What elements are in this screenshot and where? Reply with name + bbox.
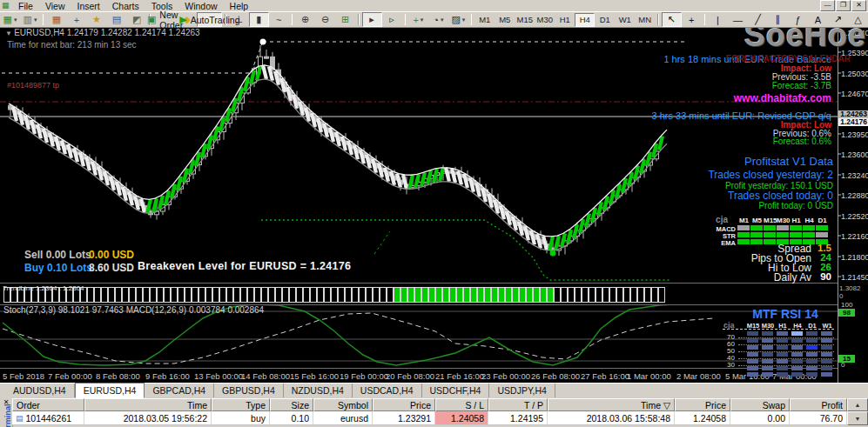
order-cell: 1.24058 bbox=[675, 411, 730, 425]
chart-candles-icon[interactable]: ▮ bbox=[249, 12, 269, 27]
autotrading-button[interactable]: ▶AutoTrading bbox=[197, 12, 222, 27]
chart-shift-icon[interactable]: ▹ bbox=[382, 12, 402, 27]
tab-usdcad-h4[interactable]: USDCAD,H4 bbox=[353, 384, 422, 397]
rsi-bar bbox=[747, 345, 758, 350]
column-header-swap[interactable]: Swap bbox=[730, 398, 790, 411]
data-window-icon: + bbox=[74, 15, 79, 25]
timeframe-m30[interactable]: M30 bbox=[535, 13, 555, 27]
signal-strip-box bbox=[477, 287, 484, 303]
draw-arrow-icon[interactable]: ↗ bbox=[828, 12, 848, 27]
tab-eurusd-h4[interactable]: EURUSD,H4 bbox=[75, 383, 145, 398]
draw-text-icon[interactable]: A bbox=[808, 12, 828, 27]
chart-bars-icon[interactable]: ⊥ bbox=[229, 12, 249, 27]
symbol-dropdown-icon[interactable]: ▼ bbox=[5, 30, 14, 37]
auto-scroll-icon[interactable]: ▸ bbox=[362, 12, 382, 27]
timeframe-m1[interactable]: M1 bbox=[474, 13, 495, 27]
column-header-time[interactable]: Time ▽ bbox=[548, 398, 675, 411]
tab-gbpusd-h4[interactable]: GBPUSD,H4 bbox=[214, 384, 284, 397]
indicators-icon[interactable]: +▾ bbox=[408, 12, 428, 27]
column-header-tp[interactable]: T / P bbox=[488, 398, 548, 411]
breakeven-label: Breakeven Level for EURUSD = 1.24176 bbox=[138, 261, 351, 273]
timeframe-h1[interactable]: H1 bbox=[555, 13, 575, 27]
indicators-dropdown-icon[interactable]: ▾ bbox=[421, 17, 424, 23]
signal-strip-box bbox=[519, 287, 526, 303]
timeframe-d1[interactable]: D1 bbox=[595, 13, 615, 27]
column-header-profit[interactable]: Profit bbox=[790, 398, 847, 411]
column-header-order[interactable]: Order bbox=[12, 398, 84, 411]
menu-help[interactable]: Help bbox=[224, 1, 255, 11]
navigator-icon[interactable]: ★ bbox=[86, 12, 106, 27]
data-window-icon[interactable]: + bbox=[66, 12, 86, 27]
restore-button[interactable]: ❐ bbox=[836, 0, 851, 11]
draw-hline-icon[interactable]: — bbox=[728, 12, 748, 27]
draw-fibonacci-icon[interactable]: ƒ bbox=[788, 12, 808, 27]
signal-strip-box bbox=[233, 287, 240, 303]
timeframe-mn[interactable]: MN bbox=[635, 13, 655, 27]
zoom-out-icon[interactable]: ⊖ bbox=[315, 12, 335, 27]
draw-channel-icon[interactable]: ∥ bbox=[768, 12, 788, 27]
timeframe-w1[interactable]: W1 bbox=[615, 13, 635, 27]
order-cell: 1.24195 bbox=[488, 411, 548, 425]
tab-audusd-h4[interactable]: AUDUSD,H4 bbox=[5, 384, 75, 397]
column-header-price[interactable]: Price bbox=[675, 398, 730, 411]
new-chart-dropdown-icon[interactable]: ▾ bbox=[14, 17, 17, 23]
menu-insert[interactable]: Insert bbox=[71, 1, 106, 11]
signal-strip-box bbox=[435, 287, 442, 303]
rsi-bar bbox=[806, 352, 818, 357]
signal-strip-box bbox=[108, 287, 115, 303]
tab-usdchf-h4[interactable]: USDCHF,H4 bbox=[422, 384, 490, 397]
timeframe-m15[interactable]: M15 bbox=[515, 13, 535, 27]
time-tick: 14 Feb 08:00 bbox=[241, 371, 290, 381]
draw-shapes-icon[interactable]: △ bbox=[848, 12, 868, 27]
column-header-time[interactable]: Time bbox=[84, 398, 212, 411]
tab-gbpcad-h4[interactable]: GBPCAD,H4 bbox=[145, 384, 214, 397]
sell-lots: Sell 0.00 Lots bbox=[24, 250, 91, 261]
scroll-down-button[interactable]: ▼ bbox=[847, 411, 868, 425]
signal-strip-box bbox=[533, 287, 540, 303]
terminal-panel-icon[interactable]: ▤ bbox=[106, 12, 126, 27]
signal-strip-box bbox=[94, 287, 101, 303]
column-header-type[interactable]: Type bbox=[212, 398, 270, 411]
new-chart-icon[interactable]: ▦▾ bbox=[0, 12, 20, 27]
column-header-size[interactable]: Size bbox=[270, 398, 313, 411]
tile-windows-icon[interactable]: ⊞ bbox=[335, 12, 355, 27]
timeframe-h4[interactable]: H4 bbox=[575, 13, 595, 27]
chart-line-icon[interactable]: ~ bbox=[269, 12, 289, 27]
column-header-symbol[interactable]: Symbol bbox=[313, 398, 373, 411]
profiles-icon[interactable]: ▥▾ bbox=[20, 12, 40, 27]
column-header-sl[interactable]: S / L bbox=[435, 398, 488, 411]
timeframe-m5[interactable]: M5 bbox=[495, 13, 515, 27]
menu-window[interactable]: Window bbox=[178, 1, 223, 11]
scroll-up-button[interactable]: ▲ bbox=[847, 398, 868, 411]
signal-strip-box bbox=[192, 287, 198, 303]
order-cell[interactable]: ▤101446261 bbox=[12, 411, 84, 425]
profiles-dropdown-icon[interactable]: ▾ bbox=[34, 17, 37, 23]
column-header-price[interactable]: Price bbox=[373, 398, 435, 411]
menu-charts[interactable]: Charts bbox=[106, 1, 145, 11]
draw-vline-icon[interactable]: | bbox=[708, 12, 728, 27]
website-link[interactable]: www.dhabitafx.com bbox=[734, 93, 831, 104]
periods-icon[interactable]: ◔▾ bbox=[428, 12, 448, 27]
signal-strip-box bbox=[442, 287, 449, 303]
cursor-icon[interactable]: ↖ bbox=[662, 12, 682, 27]
templates-icon[interactable]: ▨▾ bbox=[448, 12, 468, 27]
strategy-tester-icon[interactable]: ◩ bbox=[126, 12, 146, 27]
menu-file[interactable]: File bbox=[12, 1, 39, 11]
profitstat-title: Profitstat V1 Data bbox=[744, 156, 833, 168]
periods-dropdown-icon[interactable]: ▾ bbox=[441, 17, 444, 23]
minimize-button[interactable]: — bbox=[820, 0, 835, 11]
draw-trendline-icon[interactable]: ╱ bbox=[748, 12, 768, 27]
stat-label-daily-av: Daily Av bbox=[774, 271, 811, 284]
menu-view[interactable]: View bbox=[39, 1, 71, 11]
signal-strip-box bbox=[101, 287, 108, 303]
close-button[interactable]: ✕ bbox=[851, 0, 866, 11]
signal-strip-box bbox=[157, 287, 164, 303]
tab-usdjpy-h4[interactable]: USDJPY,H4 bbox=[489, 384, 555, 397]
templates-dropdown-icon[interactable]: ▾ bbox=[462, 17, 466, 23]
crosshair-icon[interactable]: + bbox=[682, 12, 702, 27]
zoom-in-icon[interactable]: ⊕ bbox=[295, 12, 315, 27]
time-tick: 23 Feb 00:00 bbox=[481, 371, 530, 381]
market-watch-icon[interactable]: ▦ bbox=[46, 12, 66, 27]
tab-nzdusd-h4[interactable]: NZDUSD,H4 bbox=[284, 384, 353, 397]
new-order-button[interactable]: ▣New Order bbox=[153, 12, 178, 27]
